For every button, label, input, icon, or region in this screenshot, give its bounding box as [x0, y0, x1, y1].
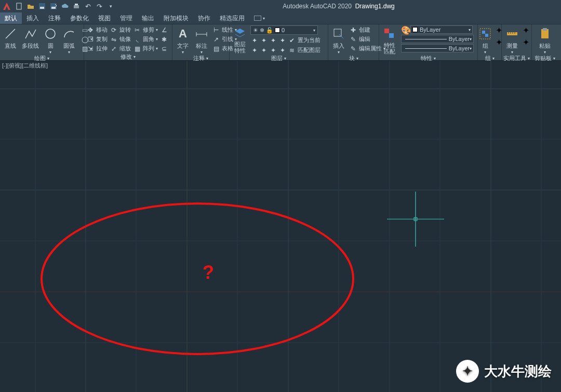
- qat-saveas-icon[interactable]: [48, 1, 59, 12]
- leader-icon: ↗: [212, 35, 220, 44]
- text-button[interactable]: A 文字▾: [175, 25, 191, 55]
- layer-tool-4[interactable]: ✦: [278, 36, 287, 45]
- trim-button[interactable]: ✂修剪▾: [133, 25, 158, 34]
- copy-button[interactable]: ❐复制: [86, 35, 108, 44]
- qat-new-icon[interactable]: [14, 1, 25, 12]
- arc-button[interactable]: 圆弧▾: [61, 25, 77, 55]
- paste-button[interactable]: 粘贴▾: [537, 25, 553, 55]
- layer-tool-6[interactable]: ✦: [260, 46, 268, 55]
- tab-insert[interactable]: 插入: [22, 12, 44, 24]
- panel-group: 组▾ ✦ ✦ 组▾: [478, 24, 502, 60]
- qat-redo-icon[interactable]: ↷: [94, 1, 105, 12]
- panel-util: 测量▾ ✦ ✦ 实用工具▾: [502, 24, 532, 60]
- freeze-icon: ❄: [260, 27, 264, 34]
- layer-dropdown[interactable]: ☀ ❄ 🔓 0 ▾: [250, 25, 318, 35]
- window-title: Autodesk AutoCAD 2020 Drawing1.dwg: [116, 3, 561, 10]
- group-button[interactable]: 组▾: [477, 25, 493, 55]
- circle-button[interactable]: 圆▾: [42, 25, 59, 55]
- tab-manage[interactable]: 管理: [115, 12, 137, 24]
- tab-collab[interactable]: 协作: [193, 12, 215, 24]
- scale-button[interactable]: ⤢缩放: [110, 44, 131, 53]
- svg-rect-3: [40, 7, 44, 9]
- ribbon-tabs: 默认 插入 注释 参数化 视图 管理 输出 附加模块 协作 精选应用 ▾: [0, 12, 561, 24]
- rotate-button[interactable]: ⟳旋转: [110, 25, 131, 34]
- fillet-button[interactable]: ◟圆角▾: [133, 35, 158, 44]
- line-button[interactable]: 直线: [2, 25, 19, 50]
- viewport-label[interactable]: [-][俯视][二维线框]: [2, 62, 48, 70]
- circle-icon: [43, 26, 58, 41]
- modify-erase-icon[interactable]: ∠: [160, 25, 168, 34]
- tab-addons[interactable]: 附加模块: [159, 12, 193, 24]
- move-button[interactable]: ✥移动: [86, 25, 108, 34]
- clipboard-icon: [538, 26, 552, 41]
- measure-button[interactable]: 测量▾: [504, 25, 520, 55]
- qat-dropdown-icon[interactable]: ▾: [105, 1, 116, 12]
- tab-default[interactable]: 默认: [0, 12, 22, 24]
- title-bar: ↶ ↷ ▾ Autodesk AutoCAD 2020 Drawing1.dwg: [0, 0, 561, 12]
- rotate-icon: ⟳: [110, 26, 118, 34]
- layers-icon: [233, 25, 247, 40]
- stretch-icon: ⇲: [86, 45, 95, 53]
- layer-tool-1[interactable]: ✦: [250, 36, 259, 45]
- tab-indicator-icon[interactable]: ▾: [249, 12, 270, 24]
- set-current-button[interactable]: ✔置为当前: [288, 36, 320, 45]
- tab-view[interactable]: 视图: [94, 12, 115, 24]
- linear-icon: ⊢: [212, 26, 220, 34]
- modify-offset-icon[interactable]: ⊆: [160, 44, 168, 53]
- dim-icon: [194, 26, 209, 41]
- match-props-button[interactable]: 特性匹配: [381, 25, 398, 55]
- match-layer-button[interactable]: ≋匹配图层: [288, 46, 320, 55]
- line-icon: [3, 26, 18, 41]
- measure-icon: [505, 26, 519, 41]
- app-logo[interactable]: [0, 0, 14, 12]
- tab-parametric[interactable]: 参数化: [65, 12, 94, 24]
- lock-icon: 🔓: [266, 27, 273, 34]
- svg-rect-6: [74, 5, 79, 8]
- move-icon: ✥: [86, 26, 95, 34]
- modify-explode-icon[interactable]: ✱: [160, 35, 168, 44]
- array-button[interactable]: ▦阵列▾: [133, 44, 158, 53]
- svg-line-8: [6, 29, 15, 38]
- mirror-button[interactable]: ⇋镜像: [110, 35, 131, 44]
- tab-featured[interactable]: 精选应用: [215, 12, 249, 24]
- group-icon: [478, 26, 492, 41]
- color-wheel-icon[interactable]: 🎨: [401, 25, 409, 34]
- fillet-icon: ◟: [133, 35, 141, 44]
- panel-modify: ✥移动 ❐复制 ⇲拉伸 ⟳旋转 ⇋镜像 ⤢缩放 ✂修剪▾ ◟圆角▾ ▦阵列▾ ∠…: [84, 24, 172, 60]
- layer-tool-2[interactable]: ✦: [260, 36, 268, 45]
- crosshair-cursor: [387, 192, 444, 247]
- copy-icon: ❐: [86, 35, 95, 44]
- tab-annotate[interactable]: 注释: [44, 12, 65, 24]
- stretch-button[interactable]: ⇲拉伸: [86, 44, 108, 53]
- layer-props-button[interactable]: 图层特性: [232, 25, 248, 53]
- layer-tool-8[interactable]: ✦: [278, 46, 287, 55]
- app-name: Autodesk AutoCAD 2020: [283, 3, 352, 10]
- svg-rect-25: [543, 28, 547, 31]
- chevron-down-icon: ▾: [313, 28, 315, 33]
- insert-block-button[interactable]: 插入▾: [330, 25, 347, 55]
- qat-open-icon[interactable]: [25, 1, 36, 12]
- color-dropdown[interactable]: ByLayer▾: [410, 25, 473, 34]
- tab-output[interactable]: 输出: [137, 12, 159, 24]
- util-tool-1[interactable]: ✦: [523, 25, 529, 35]
- lineweight-dropdown[interactable]: ByLayer▾: [401, 35, 474, 43]
- polyline-button[interactable]: 多段线: [21, 25, 40, 50]
- svg-rect-1: [17, 3, 21, 9]
- linetype-dropdown[interactable]: ByLayer▾: [401, 44, 474, 52]
- qat-undo-icon[interactable]: ↶: [82, 1, 94, 12]
- matchlayer-icon: ≋: [288, 46, 296, 55]
- layer-tool-5[interactable]: ✦: [250, 46, 259, 55]
- layer-color-swatch: [275, 28, 280, 33]
- drawing-canvas[interactable]: [-][俯视][二维线框] ?: [0, 61, 561, 392]
- qat-cloud-icon[interactable]: [59, 1, 71, 12]
- layer-tool-3[interactable]: ✦: [269, 36, 277, 45]
- wechat-icon: ✦: [456, 360, 479, 383]
- scale-icon: ⤢: [110, 45, 118, 53]
- qat-save-icon[interactable]: [36, 1, 48, 12]
- panel-modify-title[interactable]: 修改▾: [84, 53, 172, 61]
- dim-button[interactable]: 标注▾: [193, 25, 210, 55]
- qat-print-icon[interactable]: [71, 1, 82, 12]
- util-tool-2[interactable]: ✦: [523, 37, 529, 47]
- layer-tool-7[interactable]: ✦: [269, 46, 277, 55]
- block-insert-icon: [331, 26, 346, 41]
